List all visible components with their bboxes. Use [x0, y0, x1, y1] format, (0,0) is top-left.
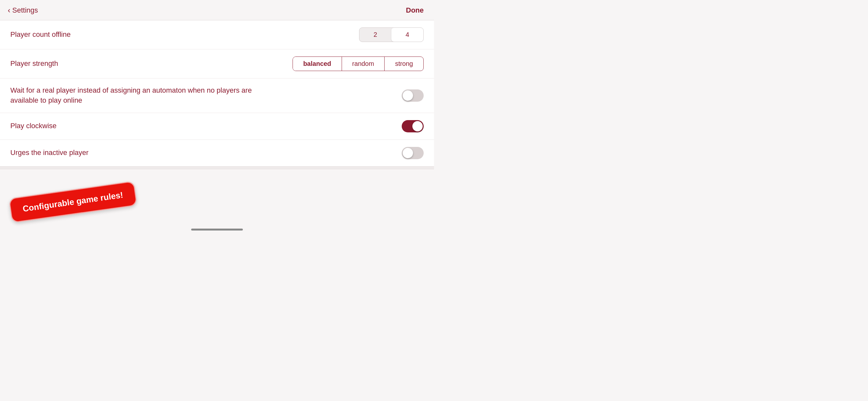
back-chevron-icon: ‹ [8, 6, 10, 15]
clockwise-toggle-thumb [412, 121, 423, 131]
header: ‹ Settings Done [0, 0, 434, 20]
play-clockwise-row: Play clockwise [0, 113, 434, 140]
wait-for-real-player-row: Wait for a real player instead of assign… [0, 79, 434, 113]
settings-list: Player count offline 2 4 Player strength… [0, 20, 434, 166]
urges-toggle-track[interactable] [402, 147, 424, 159]
player-count-label: Player count offline [10, 30, 359, 40]
section-divider [0, 166, 434, 169]
clockwise-toggle-track[interactable] [402, 120, 424, 132]
game-rules-badge: Configurable game rules! [9, 181, 137, 223]
urges-toggle-thumb [403, 148, 413, 158]
bottom-area: Configurable game rules! [0, 169, 434, 234]
wait-toggle-track[interactable] [402, 89, 424, 102]
done-button[interactable]: Done [406, 6, 424, 14]
back-button[interactable]: ‹ Settings [8, 6, 38, 15]
player-count-row: Player count offline 2 4 [0, 20, 434, 50]
player-count-control: 2 4 [359, 27, 424, 42]
player-strength-row: Player strength balanced random strong [0, 50, 434, 79]
urges-inactive-toggle[interactable] [402, 147, 424, 159]
play-clockwise-toggle[interactable] [402, 120, 424, 132]
play-clockwise-label: Play clockwise [10, 121, 402, 131]
wait-toggle-thumb [403, 90, 413, 101]
wait-for-real-player-label: Wait for a real player instead of assign… [10, 86, 269, 105]
player-strength-control: balanced random strong [292, 57, 424, 71]
page-container: ‹ Settings Done Player count offline 2 4… [0, 0, 434, 234]
player-count-option-2[interactable]: 2 [360, 28, 392, 42]
urges-inactive-label: Urges the inactive player [10, 148, 402, 158]
urges-inactive-player-row: Urges the inactive player [0, 140, 434, 166]
player-count-option-4[interactable]: 4 [392, 28, 423, 42]
strength-option-random[interactable]: random [342, 57, 385, 71]
player-strength-label: Player strength [10, 59, 292, 69]
strength-option-strong[interactable]: strong [384, 57, 423, 71]
wait-for-real-player-toggle[interactable] [402, 89, 424, 102]
back-label: Settings [12, 6, 38, 14]
strength-option-balanced[interactable]: balanced [293, 57, 342, 71]
home-indicator [191, 228, 243, 230]
